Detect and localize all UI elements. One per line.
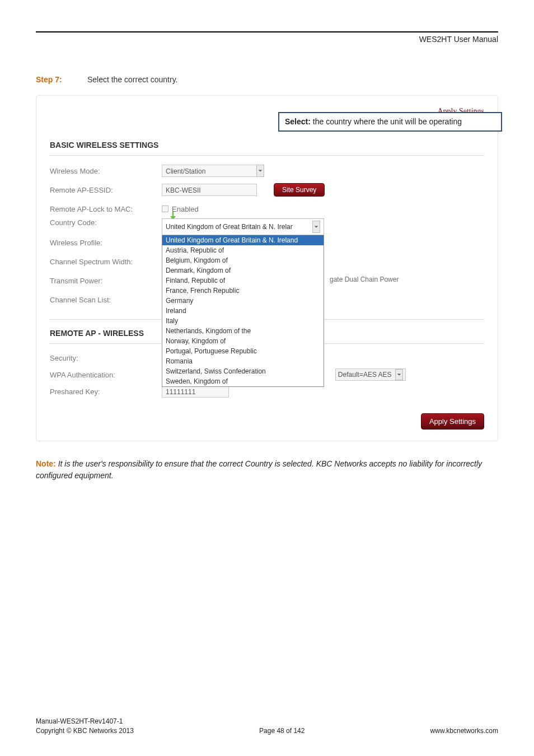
country-code-dropdown-button[interactable]	[312, 221, 320, 233]
note-bold: Note:	[36, 459, 56, 468]
callout-text: the country where the unit will be opera…	[311, 117, 462, 126]
country-option[interactable]: Switzerland, Swiss Confederation	[162, 366, 324, 376]
label-transmit-power: Transmit Power:	[50, 277, 162, 285]
country-option[interactable]: Austria, Republic of	[162, 245, 324, 255]
label-preshared-key: Preshared Key:	[50, 388, 162, 396]
country-option[interactable]: United Kingdom of Great Britain & N. Ire…	[162, 235, 324, 245]
country-code-selected[interactable]: United Kingdom of Great Britain & N. Ire…	[162, 218, 324, 235]
label-wpa-auth: WPA Authentication:	[50, 371, 162, 379]
callout-bold: Select:	[285, 117, 311, 126]
section-title-basic: BASIC WIRELESS SETTINGS	[50, 141, 484, 150]
country-code-option-list: United Kingdom of Great Britain & N. Ire…	[162, 235, 324, 387]
country-option[interactable]: Romania	[162, 356, 324, 366]
label-wireless-profile: Wireless Profile:	[50, 239, 162, 247]
wireless-mode-select[interactable]: Client/Station	[162, 165, 257, 177]
label-country-code: Country Code:	[50, 218, 162, 227]
label-scan-list: Channel Scan List:	[50, 296, 162, 304]
country-option[interactable]: Sweden, Kingdom of	[162, 376, 324, 386]
country-option[interactable]: Netherlands, Kingdom of the	[162, 326, 324, 336]
country-option[interactable]: Denmark, Kingdom of	[162, 265, 324, 276]
country-code-selected-text: United Kingdom of Great Britain & N. Ire…	[166, 223, 293, 231]
row-remote-mac: Remote AP-Lock to MAC: Enabled	[50, 199, 484, 218]
step-text: Select the correct country.	[87, 75, 178, 84]
remote-essid-input[interactable]: KBC-WESII	[162, 184, 257, 196]
row-remote-essid: Remote AP-ESSID: KBC-WESII Site Survey	[50, 180, 484, 199]
country-code-dropdown[interactable]: United Kingdom of Great Britain & N. Ire…	[162, 218, 324, 387]
label-remote-mac: Remote AP-Lock to MAC:	[50, 205, 162, 213]
site-survey-button[interactable]: Site Survey	[274, 183, 325, 197]
note-text: It is the user's responsibility to ensur…	[36, 459, 482, 480]
country-option[interactable]: Finland, Republic of	[162, 276, 324, 286]
country-option[interactable]: Italy	[162, 316, 324, 326]
label-spectrum-width: Channel Spectrum Width:	[50, 258, 162, 266]
cipher-type-dropdown-button[interactable]	[395, 369, 403, 380]
country-option[interactable]: Germany	[162, 296, 324, 306]
note-block: Note: It is the user's responsibility to…	[36, 458, 498, 482]
country-option[interactable]: Belgium, Kingdom of	[162, 255, 324, 265]
callout-box: Select: the country where the unit will …	[278, 112, 502, 132]
cipher-type-value: Default=AES AES	[338, 371, 392, 379]
cipher-type-select[interactable]: Default=AES AES	[335, 368, 406, 381]
preshared-key-input[interactable]: 11111111	[162, 385, 229, 398]
label-remote-essid: Remote AP-ESSID:	[50, 186, 162, 194]
label-security: Security:	[50, 354, 162, 362]
settings-panel: Apply Settings Select: the country where…	[36, 95, 498, 441]
section-title-remote: REMOTE AP - WIRELESS	[50, 329, 144, 338]
footer-right: www.kbcnetworks.com	[430, 726, 498, 736]
doc-title: WES2HT User Manual	[419, 35, 498, 44]
apply-settings-button[interactable]: Apply Settings	[421, 413, 484, 430]
footer-center: Page 48 of 142	[259, 726, 305, 736]
step-row: Step 7: Select the correct country.	[36, 75, 498, 84]
step-label: Step 7:	[36, 75, 85, 84]
country-option[interactable]: Ireland	[162, 306, 324, 316]
dual-chain-power-text: gate Dual Chain Power	[330, 276, 399, 283]
footer-left-2: Copyright © KBC Networks 2013	[36, 726, 134, 736]
country-option[interactable]: Portugal, Portuguese Republic	[162, 346, 324, 356]
row-country-code: Country Code: United Kingdom of Great Br…	[50, 218, 484, 233]
country-option[interactable]: France, French Republic	[162, 286, 324, 296]
footer-left-1: Manual-WES2HT-Rev1407-1	[36, 717, 134, 726]
wireless-mode-dropdown-button[interactable]	[256, 165, 264, 177]
page-footer: Manual-WES2HT-Rev1407-1 Copyright © KBC …	[36, 717, 498, 736]
row-wireless-mode: Wireless Mode: Client/Station	[50, 161, 484, 180]
divider	[50, 155, 484, 156]
label-wireless-mode: Wireless Mode:	[50, 167, 162, 175]
country-option[interactable]: Norway, Kingdom of	[162, 336, 324, 346]
